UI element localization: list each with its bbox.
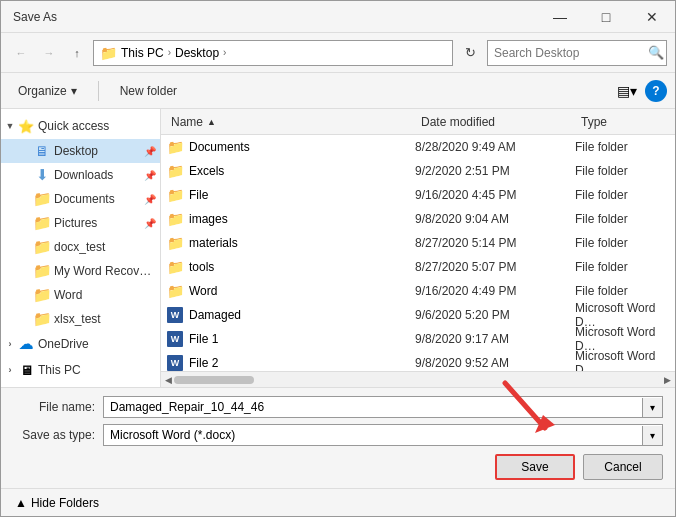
action-buttons: Save Cancel [13,454,663,480]
quick-access-star-icon: ⭐ [17,119,35,133]
documents-pin-icon: 📌 [144,194,156,205]
hide-folders-label: Hide Folders [31,496,99,510]
sidebar-item-mywordrecovery[interactable]: 📁 My Word Recov… [1,259,160,283]
view-button[interactable]: ▤ ▾ [613,78,641,104]
file-type: Microsoft Word D… [575,349,671,371]
table-row[interactable]: 📁 Word 9/16/2020 4:49 PM File folder [161,279,675,303]
sidebar-group-thispc[interactable]: › 🖥 This PC [1,357,160,383]
sidebar-onedrive-label: OneDrive [38,337,158,351]
refresh-button[interactable]: ↻ [457,40,483,66]
file-date: 9/8/2020 9:04 AM [415,212,575,226]
sidebar-item-docxtest[interactable]: 📁 docx_test [1,235,160,259]
sidebar-item-desktop[interactable]: 🖥 Desktop 📌 [1,139,160,163]
table-row[interactable]: W File 2 9/8/2020 9:52 AM Microsoft Word… [161,351,675,371]
path-thispc-label: This PC [121,46,164,60]
table-row[interactable]: 📁 materials 8/27/2020 5:14 PM File folde… [161,231,675,255]
column-header-name[interactable]: Name ▲ [165,109,415,134]
scroll-track [174,376,662,384]
organize-arrow: ▾ [71,84,77,98]
table-row[interactable]: 📁 tools 8/27/2020 5:07 PM File folder [161,255,675,279]
address-path[interactable]: 📁 This PC › Desktop › [93,40,453,66]
desktop-pin-icon: 📌 [144,146,156,157]
file-type: File folder [575,140,671,154]
sidebar-item-word[interactable]: 📁 Word [1,283,160,307]
sidebar-item-downloads[interactable]: ⬇ Downloads 📌 [1,163,160,187]
savetype-input[interactable] [104,425,642,445]
column-header-date[interactable]: Date modified [415,109,575,134]
file-date: 9/16/2020 4:49 PM [415,284,575,298]
file-name: Documents [189,140,415,154]
sidebar-downloads-label: Downloads [54,168,142,182]
sidebar-xlsx-label: xlsx_test [54,312,156,326]
column-header-type[interactable]: Type [575,109,671,134]
file-type: File folder [575,188,671,202]
folder-icon: 📁 [165,139,185,155]
word-badge: W [167,307,183,323]
file-date: 8/27/2020 5:07 PM [415,260,575,274]
onedrive-expand-icon: › [3,337,17,351]
new-folder-button[interactable]: New folder [111,80,186,102]
title-bar-controls: — □ ✕ [537,1,675,32]
sidebar-item-documents[interactable]: 📁 Documents 📌 [1,187,160,211]
file-type: File folder [575,164,671,178]
thispc-expand-icon: › [3,363,17,377]
file-date: 8/28/2020 9:49 AM [415,140,575,154]
word-doc-icon: W [165,307,185,323]
forward-button[interactable]: → [37,41,61,65]
col-name-label: Name [171,115,203,129]
sidebar-myword-label: My Word Recov… [54,264,156,278]
word-badge: W [167,355,183,371]
file-list: 📁 Documents 8/28/2020 9:49 AM File folde… [161,135,675,371]
savetype-dropdown-arrow[interactable]: ▾ [642,426,662,445]
sidebar-group-onedrive[interactable]: › ☁ OneDrive [1,331,160,357]
scroll-left-arrow[interactable]: ◀ [163,375,174,385]
toolbar-separator [98,81,99,101]
horizontal-scrollbar[interactable]: ◀ ▶ [161,371,675,387]
search-icon[interactable]: 🔍 [648,45,664,60]
path-segment-desktop: Desktop [175,46,219,60]
myword-expand [19,264,33,278]
organize-button[interactable]: Organize ▾ [9,80,86,102]
search-input[interactable] [494,46,644,60]
sidebar-item-xlsxtest[interactable]: 📁 xlsx_test [1,307,160,331]
table-row[interactable]: W Damaged 9/6/2020 5:20 PM Microsoft Wor… [161,303,675,327]
table-row[interactable]: 📁 Excels 9/2/2020 2:51 PM File folder [161,159,675,183]
file-list-header: Name ▲ Date modified Type [161,109,675,135]
sidebar-group-quick-access[interactable]: ▼ ⭐ Quick access [1,113,160,139]
hide-folders-button[interactable]: ▲ Hide Folders [9,494,105,512]
savetype-input-wrap: ▾ [103,424,663,446]
save-button[interactable]: Save [495,454,575,480]
table-row[interactable]: 📁 Documents 8/28/2020 9:49 AM File folde… [161,135,675,159]
title-bar: Save As — □ ✕ [1,1,675,33]
documents-folder-icon: 📁 [33,192,51,206]
close-button[interactable]: ✕ [629,1,675,33]
file-name: images [189,212,415,226]
file-name: File [189,188,415,202]
maximize-button[interactable]: □ [583,1,629,33]
sidebar-item-pictures[interactable]: 📁 Pictures 📌 [1,211,160,235]
folder-icon: 📁 [165,211,185,227]
word-badge: W [167,331,183,347]
back-button[interactable]: ← [9,41,33,65]
onedrive-cloud-icon: ☁ [17,337,35,351]
table-row[interactable]: 📁 images 9/8/2020 9:04 AM File folder [161,207,675,231]
documents-expand [19,192,33,206]
table-row[interactable]: 📁 File 9/16/2020 4:45 PM File folder [161,183,675,207]
file-name: File 2 [189,356,415,370]
filename-input[interactable] [104,397,642,417]
footer: ▲ Hide Folders [1,488,675,516]
dialog-title: Save As [13,10,57,24]
minimize-button[interactable]: — [537,1,583,33]
table-row[interactable]: W File 1 9/8/2020 9:17 AM Microsoft Word… [161,327,675,351]
cancel-button[interactable]: Cancel [583,454,663,480]
scroll-thumb[interactable] [174,376,254,384]
word-doc-icon: W [165,355,185,371]
up-button[interactable]: ↑ [65,41,89,65]
file-type: File folder [575,260,671,274]
help-button[interactable]: ? [645,80,667,102]
sidebar-desktop-label: Desktop [54,144,142,158]
desktop-expand [19,144,33,158]
scroll-right-arrow[interactable]: ▶ [662,375,673,385]
folder-icon: 📁 [165,163,185,179]
filename-dropdown-arrow[interactable]: ▾ [642,398,662,417]
